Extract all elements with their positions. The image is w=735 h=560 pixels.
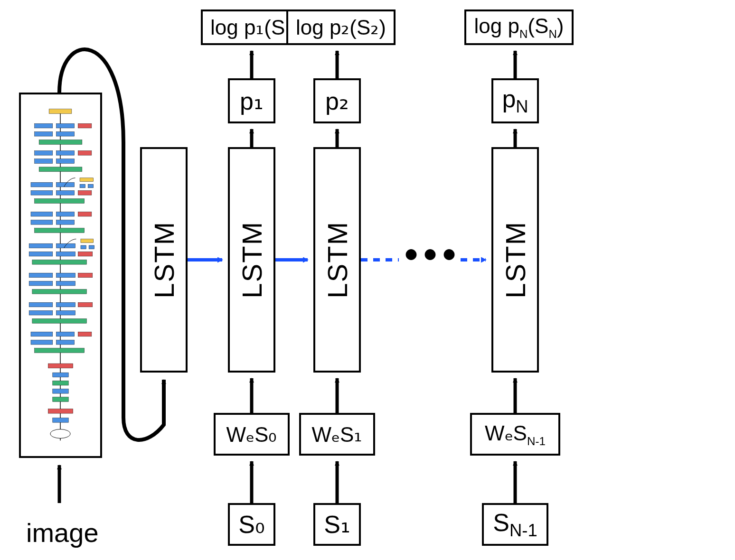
svg-rect-64 [56, 310, 75, 315]
logp-box-2: log p₂(S₂) [286, 9, 396, 45]
p-label: p₁ [240, 87, 264, 115]
s-label: S₀ [238, 510, 265, 539]
svg-rect-29 [39, 167, 82, 172]
svg-rect-54 [29, 273, 53, 278]
logp-label: log p₂(S₂) [296, 15, 386, 39]
svg-rect-50 [29, 252, 53, 256]
svg-rect-37 [78, 191, 92, 196]
svg-rect-36 [56, 191, 74, 196]
lstm-box-0: LSTM [140, 147, 188, 373]
svg-rect-40 [56, 212, 74, 216]
we-label: WₑSN-1 [485, 421, 546, 448]
svg-rect-73 [53, 373, 68, 377]
svg-rect-52 [78, 252, 93, 256]
cnn-inner-graphic [21, 94, 100, 456]
s-label: SN-1 [493, 508, 537, 541]
svg-rect-49 [56, 243, 75, 248]
lstm-box-2: LSTM [313, 147, 361, 373]
svg-rect-30 [80, 178, 94, 182]
svg-rect-33 [31, 182, 53, 187]
svg-rect-61 [56, 302, 75, 307]
we-label: WₑS₀ [226, 422, 277, 447]
svg-rect-21 [35, 131, 53, 136]
svg-rect-45 [81, 239, 94, 243]
svg-rect-77 [48, 409, 73, 414]
lstm-label: LSTM [148, 221, 180, 299]
svg-rect-69 [31, 340, 53, 345]
logp-label: log pN(SN) [474, 14, 564, 41]
cnn-box [19, 93, 102, 458]
svg-rect-68 [78, 332, 92, 336]
lstm-box-3: LSTM [491, 147, 539, 373]
svg-rect-22 [56, 131, 74, 136]
svg-rect-59 [32, 289, 87, 294]
s-box-2: S₁ [313, 503, 361, 546]
svg-rect-46 [81, 245, 86, 249]
p-box-1: p₁ [228, 78, 275, 123]
svg-rect-75 [53, 389, 68, 394]
logp-box-3: log pN(SN) [464, 9, 574, 45]
svg-rect-72 [48, 364, 73, 368]
svg-rect-71 [35, 348, 85, 353]
svg-rect-20 [78, 123, 92, 128]
svg-rect-28 [56, 159, 74, 164]
svg-rect-26 [78, 151, 92, 156]
svg-rect-42 [31, 220, 53, 225]
we-box-1: WₑS₀ [214, 413, 290, 456]
svg-rect-78 [53, 418, 68, 423]
svg-rect-35 [31, 191, 53, 196]
s-box-3: SN-1 [482, 503, 548, 546]
svg-rect-48 [29, 243, 53, 248]
lstm-box-1: LSTM [228, 147, 275, 373]
svg-rect-76 [53, 397, 68, 402]
we-label: WₑS₁ [312, 422, 363, 447]
connectors-layer [0, 0, 735, 560]
p-label: p₂ [325, 87, 349, 115]
svg-rect-70 [56, 340, 74, 345]
svg-rect-23 [39, 140, 82, 145]
svg-rect-27 [35, 159, 53, 164]
p-box-3: pN [491, 78, 539, 123]
svg-rect-58 [56, 281, 75, 286]
p-label: pN [502, 84, 528, 117]
svg-rect-66 [31, 332, 53, 336]
s-label: S₁ [324, 510, 350, 539]
svg-rect-53 [32, 260, 87, 265]
lstm-label: LSTM [499, 221, 531, 299]
svg-rect-67 [56, 332, 74, 336]
svg-rect-74 [53, 381, 68, 385]
svg-rect-17 [49, 109, 72, 114]
svg-rect-44 [35, 228, 85, 233]
svg-rect-24 [35, 151, 53, 156]
svg-rect-19 [56, 123, 74, 128]
svg-point-79 [50, 429, 70, 438]
svg-rect-47 [89, 245, 94, 249]
svg-rect-38 [35, 199, 85, 204]
we-box-2: WₑS₁ [299, 413, 375, 456]
s-box-1: S₀ [228, 503, 275, 546]
svg-rect-63 [29, 310, 53, 315]
svg-rect-25 [56, 151, 74, 156]
svg-rect-39 [31, 212, 53, 216]
lstm-label: LSTM [236, 221, 268, 299]
lstm-label: LSTM [321, 221, 353, 299]
svg-rect-32 [88, 184, 93, 188]
svg-rect-56 [78, 273, 93, 278]
svg-rect-55 [56, 273, 75, 278]
svg-rect-31 [80, 184, 85, 188]
we-box-3: WₑSN-1 [470, 413, 560, 456]
svg-rect-18 [35, 123, 53, 128]
svg-rect-65 [32, 319, 87, 324]
svg-rect-41 [78, 212, 92, 216]
svg-rect-57 [29, 281, 53, 286]
p-box-2: p₂ [313, 78, 361, 123]
ellipsis: ••• [405, 233, 462, 276]
svg-rect-60 [29, 302, 53, 307]
image-label: image [26, 517, 99, 548]
svg-rect-51 [56, 252, 75, 256]
svg-rect-62 [78, 302, 93, 307]
svg-rect-43 [56, 220, 74, 225]
